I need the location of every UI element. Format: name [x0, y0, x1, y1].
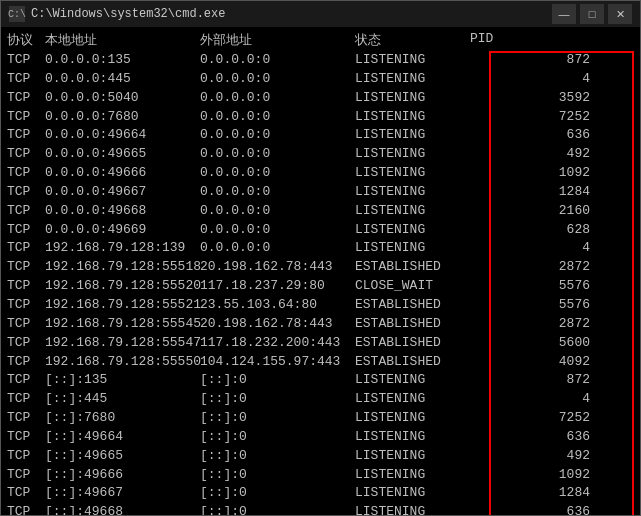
- maximize-button[interactable]: □: [580, 4, 604, 24]
- minimize-button[interactable]: —: [552, 4, 576, 24]
- col-local: [::]:49665: [45, 447, 200, 466]
- col-state: LISTENING: [355, 89, 470, 108]
- col-foreign: 0.0.0.0:0: [200, 183, 355, 202]
- col-foreign: 0.0.0.0:0: [200, 239, 355, 258]
- col-local: 0.0.0.0:49667: [45, 183, 200, 202]
- table-row: TCP 0.0.0.0:49669 0.0.0.0:0 LISTENING 62…: [7, 221, 634, 240]
- table-row: TCP 192.168.79.128:55521 23.55.103.64:80…: [7, 296, 634, 315]
- col-pid: [470, 315, 540, 334]
- col-foreign: [::]:0: [200, 466, 355, 485]
- col-proto: TCP: [7, 202, 45, 221]
- table-row: TCP [::]:49666 [::]:0 LISTENING 1092: [7, 466, 634, 485]
- col-local: [::]:445: [45, 390, 200, 409]
- col-num: 2872: [540, 258, 590, 277]
- col-local: 0.0.0.0:49665: [45, 145, 200, 164]
- table-row: TCP [::]:49664 [::]:0 LISTENING 636: [7, 428, 634, 447]
- table-row: TCP 0.0.0.0:5040 0.0.0.0:0 LISTENING 359…: [7, 89, 634, 108]
- col-num: 636: [540, 503, 590, 515]
- col-pid: [470, 89, 540, 108]
- col-foreign: [::]:0: [200, 428, 355, 447]
- table-row: TCP 0.0.0.0:49668 0.0.0.0:0 LISTENING 21…: [7, 202, 634, 221]
- col-pid: [470, 164, 540, 183]
- col-pid: [470, 126, 540, 145]
- col-num: 492: [540, 145, 590, 164]
- header-pid: PID: [470, 31, 570, 49]
- col-local: 0.0.0.0:49668: [45, 202, 200, 221]
- col-local: 0.0.0.0:445: [45, 70, 200, 89]
- header-proto: 协议: [7, 31, 45, 49]
- col-state: LISTENING: [355, 466, 470, 485]
- table-body: TCP 0.0.0.0:135 0.0.0.0:0 LISTENING 872 …: [7, 51, 634, 515]
- col-foreign: 104.124.155.97:443: [200, 353, 355, 372]
- col-state: LISTENING: [355, 202, 470, 221]
- col-local: 0.0.0.0:49664: [45, 126, 200, 145]
- col-foreign: [::]:0: [200, 390, 355, 409]
- col-proto: TCP: [7, 447, 45, 466]
- col-state: LISTENING: [355, 447, 470, 466]
- col-proto: TCP: [7, 428, 45, 447]
- table-row: TCP 0.0.0.0:135 0.0.0.0:0 LISTENING 872: [7, 51, 634, 70]
- col-pid: [470, 258, 540, 277]
- col-pid: [470, 145, 540, 164]
- col-local: 0.0.0.0:49669: [45, 221, 200, 240]
- col-pid: [470, 503, 540, 515]
- col-proto: TCP: [7, 51, 45, 70]
- table-row: TCP 192.168.79.128:55518 20.198.162.78:4…: [7, 258, 634, 277]
- table-row: TCP [::]:445 [::]:0 LISTENING 4: [7, 390, 634, 409]
- col-foreign: 0.0.0.0:0: [200, 145, 355, 164]
- col-local: 192.168.79.128:139: [45, 239, 200, 258]
- col-foreign: 0.0.0.0:0: [200, 51, 355, 70]
- col-pid: [470, 70, 540, 89]
- col-pid: [470, 202, 540, 221]
- col-foreign: 23.55.103.64:80: [200, 296, 355, 315]
- cmd-window: C:\ C:\Windows\system32\cmd.exe — □ ✕ 协议…: [0, 0, 641, 516]
- col-pid: [470, 409, 540, 428]
- col-foreign: 0.0.0.0:0: [200, 89, 355, 108]
- col-local: [::]:49668: [45, 503, 200, 515]
- col-foreign: [::]:0: [200, 371, 355, 390]
- table-row: TCP 192.168.79.128:139 0.0.0.0:0 LISTENI…: [7, 239, 634, 258]
- header-state: 状态: [355, 31, 470, 49]
- col-foreign: 0.0.0.0:0: [200, 70, 355, 89]
- col-foreign: 0.0.0.0:0: [200, 108, 355, 127]
- table-header: 协议 本地地址 外部地址 状态 PID: [7, 31, 634, 49]
- col-pid: [470, 353, 540, 372]
- col-num: 7252: [540, 108, 590, 127]
- table-row: TCP 192.168.79.128:55547 117.18.232.200:…: [7, 334, 634, 353]
- col-proto: TCP: [7, 390, 45, 409]
- table-row: TCP 192.168.79.128:55520 117.18.237.29:8…: [7, 277, 634, 296]
- col-pid: [470, 296, 540, 315]
- table-row: TCP 0.0.0.0:49666 0.0.0.0:0 LISTENING 10…: [7, 164, 634, 183]
- table-row: TCP 192.168.79.128:55545 20.198.162.78:4…: [7, 315, 634, 334]
- col-proto: TCP: [7, 353, 45, 372]
- col-proto: TCP: [7, 221, 45, 240]
- col-state: LISTENING: [355, 126, 470, 145]
- col-proto: TCP: [7, 183, 45, 202]
- col-foreign: 20.198.162.78:443: [200, 258, 355, 277]
- table-row: TCP 192.168.79.128:55550 104.124.155.97:…: [7, 353, 634, 372]
- table-row: TCP 0.0.0.0:7680 0.0.0.0:0 LISTENING 725…: [7, 108, 634, 127]
- col-num: 628: [540, 221, 590, 240]
- col-num: 5600: [540, 334, 590, 353]
- col-proto: TCP: [7, 503, 45, 515]
- col-local: 192.168.79.128:55545: [45, 315, 200, 334]
- col-state: CLOSE_WAIT: [355, 277, 470, 296]
- col-num: 3592: [540, 89, 590, 108]
- col-num: 636: [540, 428, 590, 447]
- col-num: 4: [540, 239, 590, 258]
- col-pid: [470, 221, 540, 240]
- col-foreign: [::]:0: [200, 484, 355, 503]
- col-foreign: [::]:0: [200, 503, 355, 515]
- col-proto: TCP: [7, 164, 45, 183]
- col-state: LISTENING: [355, 390, 470, 409]
- col-proto: TCP: [7, 239, 45, 258]
- col-proto: TCP: [7, 334, 45, 353]
- col-proto: TCP: [7, 296, 45, 315]
- col-num: 4: [540, 70, 590, 89]
- col-local: 0.0.0.0:7680: [45, 108, 200, 127]
- col-state: ESTABLISHED: [355, 296, 470, 315]
- col-proto: TCP: [7, 466, 45, 485]
- col-proto: TCP: [7, 315, 45, 334]
- close-button[interactable]: ✕: [608, 4, 632, 24]
- col-local: 192.168.79.128:55547: [45, 334, 200, 353]
